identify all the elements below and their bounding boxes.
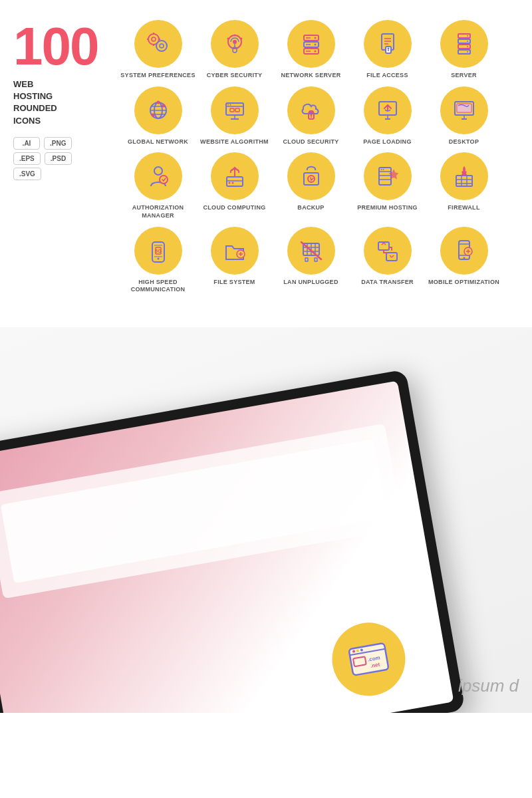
icon-file-system: FILE SYSTEM — [196, 227, 273, 287]
header-row: 100 WEBHOSTINGROUNDEDICONS .AI .PNG .EPS… — [13, 20, 519, 301]
icons-grid: SYSTEM PREFERENCES — [120, 20, 502, 301]
svg-rect-68 — [227, 177, 243, 186]
svg-point-14 — [240, 38, 242, 40]
svg-point-29 — [387, 48, 389, 50]
global-network-circle — [134, 86, 182, 134]
premium-hosting-label: PREMIUM HOSTING — [357, 204, 418, 212]
svg-point-9 — [233, 40, 237, 44]
file-system-label: FILE SYSTEM — [213, 279, 255, 287]
svg-point-70 — [228, 182, 230, 184]
backup-label: BACKUP — [297, 204, 324, 212]
svg-point-78 — [380, 169, 382, 170]
mobile-opt-label: MOBILE OPTIMIZATION — [428, 279, 499, 287]
file-access-label: FILE ACCESS — [366, 72, 408, 80]
svg-point-66 — [154, 167, 162, 175]
mobile-opt-circle — [440, 227, 488, 275]
icon-website-algorithm: WEBSITE ALGORITHM — [196, 86, 273, 146]
auth-manager-circle — [134, 152, 182, 200]
icon-backup: BACKUP — [273, 152, 349, 212]
icon-row-2: GLOBAL NETWORK — [120, 86, 502, 146]
icon-high-speed: 5G HIGH SPEED COMMUNICATION — [120, 227, 196, 294]
svg-point-12 — [233, 35, 235, 37]
big-number: 100 — [13, 20, 106, 73]
svg-point-3 — [160, 44, 164, 48]
format-png: .PNG — [44, 137, 72, 150]
network-server-label: NETWORK SERVER — [281, 72, 340, 80]
domain-icon-circle: .com .net — [327, 617, 411, 702]
svg-text:5G: 5G — [155, 249, 162, 253]
icon-system-preferences: SYSTEM PREFERENCES — [120, 20, 196, 80]
backup-circle — [287, 152, 335, 200]
svg-point-2 — [156, 41, 167, 51]
svg-rect-102 — [315, 258, 317, 261]
svg-rect-80 — [456, 176, 472, 186]
svg-rect-31 — [458, 34, 470, 38]
svg-rect-32 — [458, 39, 470, 43]
cloud-security-label: CLOUD SECURITY — [283, 138, 338, 146]
website-algorithm-label: WEBSITE ALGORITHM — [200, 138, 269, 146]
tablet-screen: ← .com .net — [0, 381, 454, 713]
cloud-security-circle — [287, 86, 335, 134]
icon-auth-manager: AUTHORIZATION MANAGER — [120, 152, 196, 219]
svg-point-18 — [314, 37, 316, 39]
format-svg: .SVG — [13, 168, 41, 180]
svg-point-1 — [152, 37, 156, 41]
icon-premium-hosting: PREMIUM HOSTING — [349, 152, 426, 212]
lan-unplugged-label: LAN UNPLUGGED — [283, 279, 338, 287]
format-eps: .EPS — [13, 152, 41, 165]
svg-point-38 — [467, 51, 468, 53]
file-system-circle — [211, 227, 259, 275]
premium-hosting-circle — [364, 152, 412, 200]
icon-cloud-computing: CLOUD COMPUTING — [196, 152, 273, 212]
svg-point-71 — [231, 182, 233, 184]
svg-point-108 — [463, 257, 465, 259]
global-network-label: GLOBAL NETWORK — [128, 138, 188, 146]
icon-firewall: FIREWALL — [426, 152, 502, 212]
lan-unplugged-circle — [287, 227, 335, 275]
firewall-circle — [440, 152, 488, 200]
svg-point-88 — [157, 257, 159, 259]
icon-row-1: SYSTEM PREFERENCES — [120, 20, 502, 80]
icon-data-transfer: DATA TRANSFER — [349, 227, 426, 287]
server-label: SERVER — [451, 72, 477, 80]
badge-row-3: .SVG — [13, 168, 106, 180]
badge-row-2: .EPS .PSD — [13, 152, 106, 165]
bottom-section: ← .com .net ipsum d — [0, 327, 532, 713]
svg-point-56 — [310, 114, 312, 116]
svg-point-45 — [162, 104, 165, 107]
system-preferences-label: SYSTEM PREFERENCES — [120, 72, 195, 80]
icon-mobile-opt: MOBILE OPTIMIZATION — [426, 227, 502, 287]
format-badges: .AI .PNG .EPS .PSD .SVG — [13, 137, 106, 180]
title-text: WEBHOSTINGROUNDEDICONS — [13, 78, 106, 127]
svg-point-36 — [467, 41, 468, 42]
svg-point-35 — [467, 35, 468, 37]
svg-point-67 — [160, 176, 168, 184]
svg-rect-33 — [458, 45, 470, 49]
lorem-text: ipsum d — [458, 676, 519, 696]
svg-point-20 — [314, 51, 316, 53]
svg-point-79 — [382, 169, 384, 170]
top-section: 100 WEBHOSTINGROUNDEDICONS .AI .PNG .EPS… — [0, 0, 532, 327]
high-speed-circle: 5G — [134, 227, 182, 275]
svg-rect-34 — [458, 50, 470, 54]
icon-server: SERVER — [426, 20, 502, 80]
left-panel: 100 WEBHOSTINGROUNDEDICONS .AI .PNG .EPS… — [13, 20, 106, 180]
icon-row-4: 5G HIGH SPEED COMMUNICATION F — [120, 227, 502, 294]
icon-cyber-security: CYBER SECURITY — [196, 20, 273, 80]
svg-point-46 — [151, 113, 154, 116]
network-server-circle — [287, 20, 335, 68]
cloud-computing-label: CLOUD COMPUTING — [203, 204, 266, 212]
svg-point-19 — [314, 44, 316, 46]
icon-file-access: FILE ACCESS — [349, 20, 426, 80]
svg-rect-101 — [305, 258, 308, 261]
file-access-circle — [364, 20, 412, 68]
svg-rect-74 — [379, 168, 391, 185]
page-loading-label: PAGE LOADING — [363, 138, 411, 146]
svg-point-54 — [229, 104, 231, 105]
svg-rect-49 — [230, 108, 234, 112]
icon-lan-unplugged: LAN UNPLUGGED — [273, 227, 349, 287]
svg-point-53 — [227, 104, 229, 105]
firewall-label: FIREWALL — [448, 204, 479, 212]
data-transfer-circle — [364, 227, 412, 275]
data-transfer-label: DATA TRANSFER — [361, 279, 414, 287]
